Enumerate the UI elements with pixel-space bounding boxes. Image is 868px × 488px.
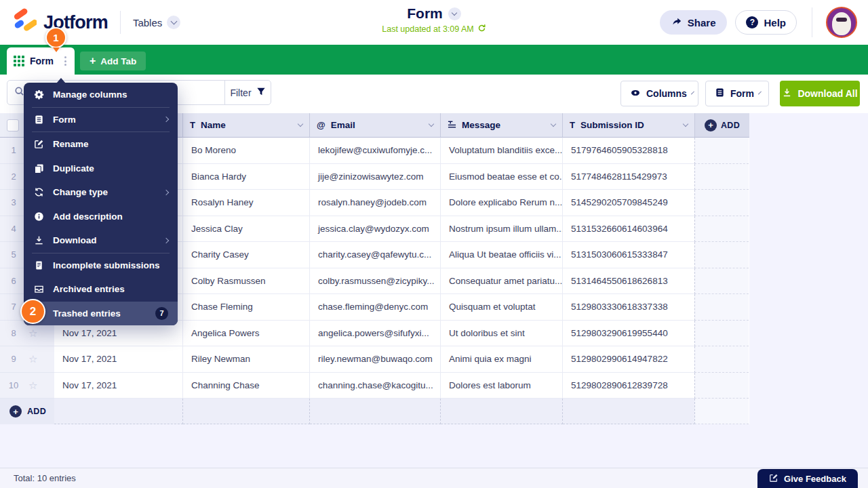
- title-chevron-down-icon[interactable]: [448, 7, 461, 20]
- tab-options-trigger[interactable]: [63, 54, 68, 68]
- cell-email[interactable]: angelica.powers@sifufyxi...: [310, 321, 441, 347]
- tab-bar: Form + Add Tab: [0, 45, 868, 75]
- cell-submission_id[interactable]: 5131532660614603964: [563, 216, 695, 243]
- cell-submission_id[interactable]: 5129802890612839728: [563, 373, 695, 399]
- cell-submission_id[interactable]: 5131503060615333847: [563, 242, 695, 268]
- add-column-body-cell: [694, 268, 749, 295]
- cell-message[interactable]: Dolores est laborum: [441, 373, 563, 399]
- menu-item-duplicate[interactable]: Duplicate: [24, 157, 178, 181]
- add-column-label: ADD: [721, 121, 740, 130]
- menu-item-trashed-entries[interactable]: Trashed entries7: [24, 302, 178, 326]
- cell-date[interactable]: Nov 17, 2021: [54, 346, 183, 373]
- cell-name[interactable]: Angelica Powers: [183, 321, 310, 347]
- chevron-down-icon[interactable]: [298, 121, 303, 127]
- cell-email[interactable]: channing.chase@kacogitu...: [310, 373, 441, 399]
- cell-email[interactable]: charity.casey@qafewytu.c...: [310, 242, 441, 268]
- total-entries-label: Total: 10 entries: [14, 473, 76, 483]
- cell-message[interactable]: Consequatur amet pariatu...: [441, 268, 563, 295]
- cell-email[interactable]: rosalyn.haney@jodeb.com: [310, 190, 441, 216]
- column-header-email[interactable]: @Email: [310, 113, 441, 138]
- menu-item-label: Form: [53, 115, 155, 125]
- cell-email[interactable]: riley.newman@buwaqo.com: [310, 346, 441, 373]
- add-row-button[interactable]: +ADD: [0, 399, 54, 424]
- cell-date[interactable]: Nov 17, 2021: [54, 373, 183, 399]
- give-feedback-label: Give Feedback: [784, 474, 846, 484]
- menu-item-archived-entries[interactable]: Archived entries: [24, 277, 178, 302]
- refresh-icon[interactable]: [477, 24, 486, 35]
- paragraph-icon: [448, 120, 456, 131]
- cell-message[interactable]: Quisquam et voluptat: [441, 294, 563, 321]
- cell-submission_id[interactable]: 5179764605905328818: [563, 138, 695, 164]
- text-type-icon: T: [190, 120, 195, 130]
- annotation-step-1-badge: 1: [45, 27, 66, 48]
- download-all-button[interactable]: Download All: [780, 81, 860, 106]
- tab-form[interactable]: Form: [7, 47, 75, 75]
- question-mark-icon: ?: [746, 16, 758, 28]
- menu-item-change-type[interactable]: Change type: [24, 180, 178, 205]
- cell-submission_id[interactable]: 5129803330618337338: [563, 294, 695, 321]
- column-header-label: Email: [331, 120, 355, 130]
- cell-message[interactable]: Dolore explicabo Rerum n...: [441, 190, 563, 216]
- add-row-cell: [563, 399, 695, 424]
- menu-item-add-description[interactable]: Add description: [24, 205, 178, 229]
- cell-name[interactable]: Jessica Clay: [183, 216, 310, 243]
- share-button[interactable]: Share: [660, 10, 728, 35]
- cell-message[interactable]: Aliqua Ut beatae officiis vi...: [441, 242, 563, 268]
- cell-message[interactable]: Eiusmod beatae esse et co...: [441, 164, 563, 190]
- menu-item-manage-columns[interactable]: Manage columns: [24, 83, 178, 107]
- column-header-name[interactable]: TName: [183, 113, 310, 138]
- star-icon[interactable]: ☆: [28, 354, 37, 364]
- cell-message[interactable]: Nostrum ipsum illum ullam...: [441, 216, 563, 243]
- sheet-title-row[interactable]: Form: [407, 5, 461, 22]
- chevron-down-icon[interactable]: [683, 121, 688, 127]
- star-icon[interactable]: ☆: [28, 328, 37, 338]
- filter-button[interactable]: Filter: [224, 81, 271, 104]
- add-column-body-cell: [694, 190, 749, 216]
- text-type-icon: T: [570, 120, 575, 130]
- add-column-button[interactable]: +ADD: [695, 113, 749, 138]
- star-icon[interactable]: ☆: [28, 380, 37, 390]
- form-view-button[interactable]: Form: [705, 81, 769, 106]
- user-avatar[interactable]: [826, 7, 857, 38]
- cell-name[interactable]: Channing Chase: [183, 373, 310, 399]
- cell-name[interactable]: Rosalyn Haney: [183, 190, 310, 216]
- cell-name[interactable]: Bo Moreno: [183, 138, 310, 164]
- cell-name[interactable]: Riley Newman: [183, 346, 310, 373]
- chevron-down-icon[interactable]: [429, 121, 434, 127]
- cell-email[interactable]: jessica.clay@wydozyx.com: [310, 216, 441, 243]
- column-header-submission_id[interactable]: TSubmission ID: [563, 113, 695, 138]
- cell-submission_id[interactable]: 5177484628115429973: [563, 164, 695, 190]
- cell-submission_id[interactable]: 5131464550618626813: [563, 268, 695, 295]
- menu-item-download[interactable]: Download: [24, 228, 178, 253]
- cell-message[interactable]: Voluptatum blanditiis exce...: [441, 138, 563, 164]
- menu-item-form[interactable]: Form: [24, 108, 178, 132]
- add-tab-button[interactable]: + Add Tab: [80, 52, 146, 70]
- cell-name[interactable]: Charity Casey: [183, 242, 310, 268]
- menu-item-incomplete-submissions[interactable]: Incomplete submissions: [24, 253, 178, 278]
- cell-name[interactable]: Colby Rasmussen: [183, 268, 310, 295]
- cell-submission_id[interactable]: 5145290205709845249: [563, 190, 695, 216]
- cell-name[interactable]: Bianca Hardy: [183, 164, 310, 190]
- column-header-message[interactable]: Message: [441, 113, 563, 138]
- cell-submission_id[interactable]: 5129802990614947822: [563, 346, 695, 373]
- cell-email[interactable]: lekojifew@cuxiwufomyje.c...: [310, 138, 441, 164]
- columns-button[interactable]: Columns: [620, 81, 698, 106]
- jotform-logo-icon: [11, 8, 37, 37]
- cell-name[interactable]: Chase Fleming: [183, 294, 310, 321]
- cell-submission_id[interactable]: 5129803290619955440: [563, 321, 695, 347]
- cell-message[interactable]: Animi quia ex magni: [441, 346, 563, 373]
- cell-message[interactable]: Ut doloribus et sint: [441, 321, 563, 347]
- give-feedback-button[interactable]: Give Feedback: [757, 469, 858, 488]
- cell-email[interactable]: chase.fleming@denyc.com: [310, 294, 441, 321]
- top-header: Jotform Tables Form Last updated at 3:09…: [0, 0, 868, 45]
- help-button[interactable]: ? Help: [735, 10, 797, 35]
- menu-item-rename[interactable]: Rename: [24, 132, 178, 157]
- product-switcher[interactable]: Tables: [133, 16, 180, 29]
- select-all-checkbox[interactable]: [7, 119, 19, 131]
- columns-label: Columns: [646, 88, 687, 99]
- cell-email[interactable]: jije@zinizowisawytez.com: [310, 164, 441, 190]
- cell-email[interactable]: colby.rasmussen@zicypiky...: [310, 268, 441, 295]
- add-column-body-cell: [694, 164, 749, 190]
- chevron-down-icon[interactable]: [551, 121, 556, 127]
- header-actions: Share ? Help: [660, 7, 857, 38]
